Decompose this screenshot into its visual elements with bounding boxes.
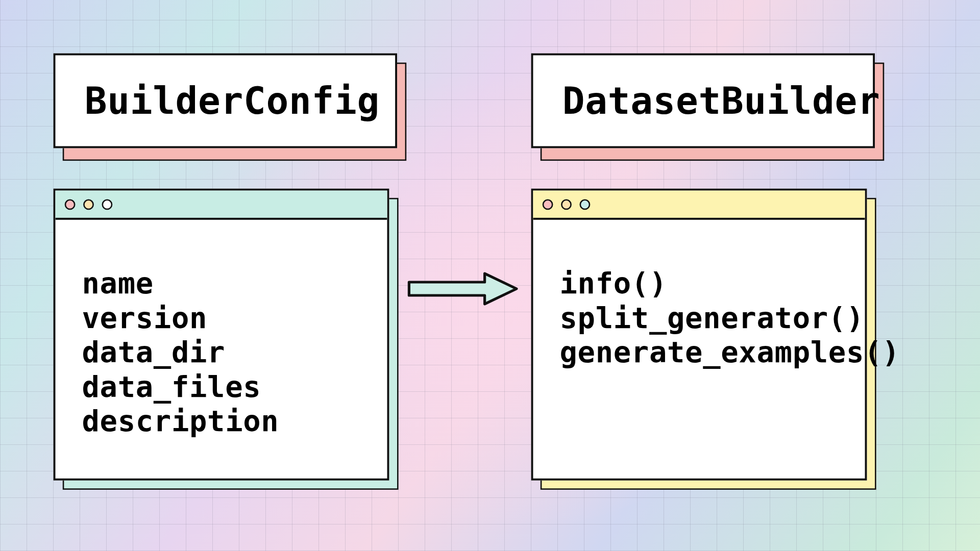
traffic-light-icon (543, 199, 553, 210)
attribute-item: description (82, 404, 361, 438)
title-card-builderconfig: BuilderConfig (54, 54, 397, 152)
traffic-light-icon (65, 199, 76, 210)
window-body: info() split_generator() generate_exampl… (533, 220, 865, 389)
attribute-item: data_dir (82, 335, 361, 369)
attribute-item: version (82, 300, 361, 335)
window-titlebar (533, 191, 865, 220)
method-item: generate_examples() (560, 335, 839, 369)
diagram-stage: BuilderConfig DatasetBuilder name versio… (1, 1, 980, 551)
traffic-light-icon (580, 199, 591, 210)
attribute-item: name (82, 266, 361, 300)
arrow-shape (409, 273, 517, 304)
title-label: DatasetBuilder (531, 54, 875, 148)
arrow-icon (406, 271, 519, 307)
window-titlebar (56, 191, 387, 220)
window-frame: info() split_generator() generate_exampl… (531, 189, 867, 481)
traffic-light-icon (102, 199, 113, 210)
method-item: info() (560, 266, 839, 300)
title-card-datasetbuilder: DatasetBuilder (531, 54, 875, 152)
window-builderconfig: name version data_dir data_files descrip… (54, 189, 389, 481)
traffic-light-icon (83, 199, 94, 210)
method-item: split_generator() (560, 300, 839, 335)
title-label: BuilderConfig (54, 54, 397, 148)
window-datasetbuilder: info() split_generator() generate_exampl… (531, 189, 867, 481)
attribute-item: data_files (82, 369, 361, 404)
window-frame: name version data_dir data_files descrip… (54, 189, 389, 481)
traffic-light-icon (561, 199, 572, 210)
window-body: name version data_dir data_files descrip… (56, 220, 387, 458)
